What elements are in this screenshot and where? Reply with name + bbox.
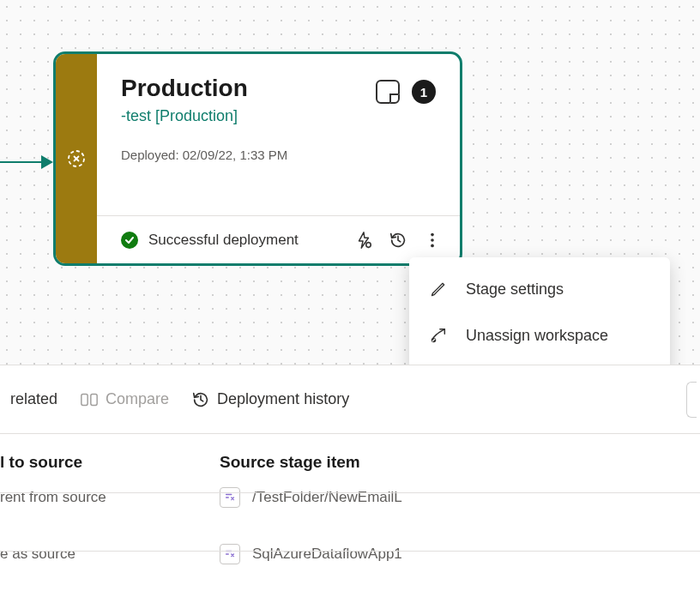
svg-rect-15 [81,394,88,405]
compare-icon [80,391,99,408]
stage-status-bar [56,54,97,263]
deployment-rules-button[interactable] [347,223,381,257]
list-item[interactable]: e as source [0,537,220,571]
row-divider [0,492,700,493]
menu-item-label: Stage settings [466,280,564,299]
lightning-gear-icon [354,231,373,250]
dataflow-icon [220,487,240,508]
list-item[interactable]: SqlAzureDataflowApp1 [220,537,402,571]
menu-stage-settings[interactable]: Stage settings [409,266,670,312]
deployment-history-button[interactable] [381,223,415,257]
deployment-status-text: Successful deployment [148,232,347,249]
column-header-source-item: Source stage item [220,453,402,472]
pencil-icon [430,280,447,298]
items-count-badge[interactable]: 1 [412,80,436,104]
more-vertical-icon [423,231,442,250]
list-item[interactable]: rent from source [0,480,220,515]
svg-point-6 [431,244,434,247]
list-item[interactable]: /TestFolder/NewEmailL [220,480,402,515]
sync-error-icon [66,148,87,169]
dataflow-icon [220,544,240,564]
toolbar-compare: Compare [80,390,169,408]
stage-workspace-name[interactable]: -test [Production] [121,107,376,125]
toolbar-related[interactable]: related [10,390,57,408]
history-icon [191,390,210,409]
comparison-toolbar: related Compare Deployment history [0,365,700,434]
menu-unassign-workspace[interactable]: Unassign workspace [409,312,670,359]
stage-connector-arrow [0,161,51,163]
row-divider [0,551,700,552]
svg-point-4 [431,232,434,236]
unassign-icon [429,326,448,345]
success-check-icon [121,232,138,249]
stage-body: Production -test [Production] 1 Deployed… [97,54,460,263]
lower-panel: related Compare Deployment history l to … [0,365,700,591]
right-edge-control[interactable] [686,382,697,418]
toolbar-deployment-history[interactable]: Deployment history [191,390,349,409]
more-options-button[interactable] [415,223,450,257]
history-icon [389,231,407,250]
svg-point-5 [431,238,434,242]
stage-deployed-timestamp: Deployed: 02/09/22, 1:33 PM [97,125,460,162]
menu-item-label: Unassign workspace [466,327,608,345]
column-header-compared: l to source [0,453,220,472]
note-icon[interactable] [376,80,400,104]
svg-rect-16 [91,394,97,405]
stage-title: Production [121,75,376,102]
production-stage-card[interactable]: Production -test [Production] 1 Deployed… [53,51,462,266]
